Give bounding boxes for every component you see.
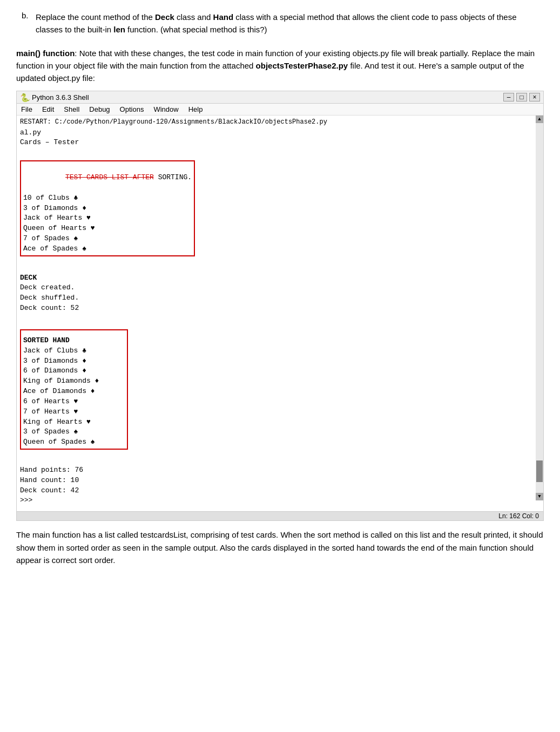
blank-line-4 [20,452,532,462]
card-3: Jack of Hearts ♥ [23,213,192,223]
minimize-button[interactable]: – [503,93,514,101]
card-2: 3 of Diamonds ♦ [23,204,192,214]
menu-help[interactable]: Help [187,105,204,114]
strikethrough-text: TEST CARDS LIST AFTER [65,173,154,181]
scroll-down-button[interactable]: ▼ [536,493,543,500]
menu-file[interactable]: File [20,105,33,114]
menu-edit[interactable]: Edit [41,105,55,114]
main-function-bold: main() function [16,49,75,58]
scrollbar-thumb[interactable] [536,460,543,482]
deck-line-1: Deck created. [20,283,532,293]
restart-line: RESTART: C:/code/Python/Playground-120/A… [20,118,532,127]
al-py-line: al.py [20,128,532,138]
blank-line-1 [20,148,532,158]
footer-text: The main function has a list called test… [16,528,544,566]
hand-card-5: Ace of Diamonds ♦ [23,387,125,397]
main-function-paragraph: main() function: Note that with these ch… [16,47,544,85]
shell-menubar: File Edit Shell Debug Options Window Hel… [17,104,543,116]
hand-stats-section: Hand points: 76 Hand count: 10 Deck coun… [20,465,532,506]
sorted-hand-box: SORTED HAND Jack of Clubs ♣ 3 of Diamond… [20,329,128,450]
list-item-b-text: Replace the count method of the Deck cla… [36,11,544,36]
deck-line-2: Deck shuffled. [20,293,532,303]
shell-window: 🐍 Python 3.6.3 Shell – □ × File Edit She… [16,91,544,521]
hand-card-10: Queen of Spades ♠ [23,437,125,448]
hand-card-1: Jack of Clubs ♣ [23,346,125,356]
shell-content[interactable]: RESTART: C:/code/Python/Playground-120/A… [17,116,543,511]
scrollbar-track [536,123,543,493]
shell-controls[interactable]: – □ × [503,93,540,101]
shell-title: Python 3.6.3 Shell [32,93,500,101]
filename-bold: objectsTesterPhase2.py [256,61,348,70]
scroll-up-button[interactable]: ▲ [536,116,543,123]
hand-card-2: 3 of Diamonds ♦ [23,356,125,367]
blank-line-2 [20,259,532,269]
hand-points: Hand points: 76 [20,465,532,476]
hand-card-3: 6 of Diamonds ♦ [23,366,125,376]
menu-shell[interactable]: Shell [63,105,80,114]
maximize-button[interactable]: □ [516,93,527,101]
deck-header: DECK [20,273,532,283]
list-label: b. [22,11,31,42]
close-button[interactable]: × [529,93,540,101]
sorting-text: SORTING. [154,173,192,181]
shell-statusbar: Ln: 162 Col: 0 [17,511,543,520]
test-cards-section: TEST CARDS LIST AFTER SORTING. 10 of Clu… [20,158,195,259]
prompt: >>> [20,496,532,506]
shell-icon: 🐍 [20,93,29,101]
hand-card-7: 7 of Hearts ♥ [23,407,125,417]
shell-titlebar: 🐍 Python 3.6.3 Shell – □ × [17,91,543,104]
test-cards-header: TEST CARDS LIST AFTER SORTING. [23,162,192,193]
card-6: Ace of Spades ♠ [23,244,192,254]
hand-card-4: King of Diamonds ♦ [23,376,125,387]
shell-scrollbar[interactable]: ▲ ▼ [536,116,543,500]
card-4: Queen of Hearts ♥ [23,223,192,234]
card-5: 7 of Spades ♠ [23,234,192,244]
deck-line-3: Deck count: 52 [20,303,532,314]
sorted-hand-section: SORTED HAND Jack of Clubs ♣ 3 of Diamond… [20,327,128,452]
sorted-hand-header: SORTED HAND [23,336,125,346]
blank-line-3 [20,317,532,327]
deck-count-final: Deck count: 42 [20,486,532,496]
cards-tester-line: Cards – Tester [20,138,532,148]
deck-section: DECK Deck created. Deck shuffled. Deck c… [20,273,532,314]
hand-card-8: King of Hearts ♥ [23,417,125,428]
list-item-b: b. Replace the count method of the Deck … [16,11,544,42]
hand-card-9: 3 of Spades ♠ [23,427,125,437]
menu-options[interactable]: Options [119,105,145,114]
hand-card-6: 6 of Hearts ♥ [23,397,125,407]
menu-debug[interactable]: Debug [88,105,111,114]
card-1: 10 of Clubs ♣ [23,193,192,204]
test-cards-box: TEST CARDS LIST AFTER SORTING. 10 of Clu… [20,160,195,256]
hand-count: Hand count: 10 [20,476,532,486]
menu-window[interactable]: Window [152,105,179,114]
